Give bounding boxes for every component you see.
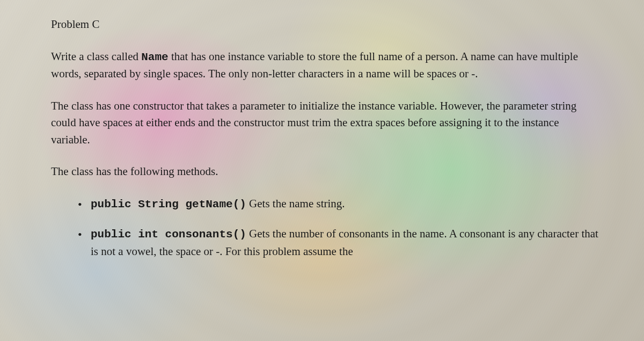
method-description: Gets the name string.: [246, 197, 345, 210]
text-segment: Write a class called: [51, 50, 141, 63]
paragraph-methods-intro: The class has the following methods.: [51, 163, 598, 180]
paragraph-constructor: The class has one constructor that takes…: [51, 98, 598, 149]
list-item: public int consonants() Gets the number …: [78, 226, 598, 260]
paragraph-intro: Write a class called Name that has one i…: [51, 48, 598, 83]
code-method-getname: public String getName(): [91, 198, 246, 211]
problem-title: Problem C: [51, 16, 598, 33]
code-method-consonants: public int consonants(): [91, 228, 246, 241]
code-classname: Name: [141, 51, 168, 63]
list-item: public String getName() Gets the name st…: [78, 195, 598, 213]
problem-document: Problem C Write a class called Name that…: [51, 16, 598, 260]
method-list: public String getName() Gets the name st…: [51, 195, 598, 260]
